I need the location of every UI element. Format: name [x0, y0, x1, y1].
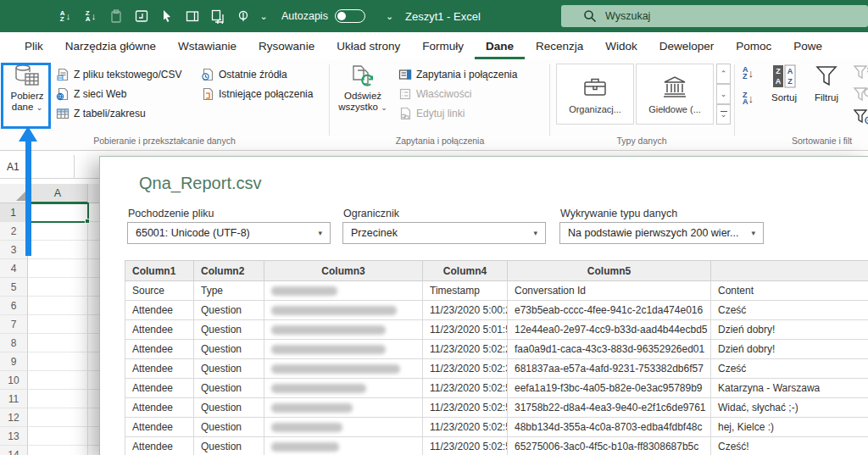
preview-cell: Katarzyna - Warszawa [711, 379, 868, 398]
cell-a10[interactable] [28, 371, 88, 390]
cell-a4[interactable] [28, 259, 88, 278]
preview-cell: hej, Kielce :) [711, 418, 868, 437]
fill-handle[interactable] [85, 219, 90, 224]
file-origin-dropdown[interactable]: 65001: Unicode (UTF-8) ▾ [127, 222, 331, 244]
cell-a3[interactable] [28, 241, 88, 259]
tab-rysowanie[interactable]: Rysowanie [248, 35, 326, 59]
preview-table-row: SourceTypeTimestampConversation IdConten… [125, 281, 868, 301]
recent-sources-button[interactable]: Ostatnie źródła [201, 66, 287, 83]
data-type-organization-tile[interactable]: Organizacj... [556, 64, 634, 125]
gallery-more-button[interactable]: ⌄ [716, 104, 731, 125]
tab-układ-strony[interactable]: Układ strony [326, 35, 411, 59]
cell-a5[interactable] [28, 278, 88, 297]
row-header-7[interactable]: 7 [0, 315, 28, 334]
tab-narzędzia-główne[interactable]: Narzędzia główne [54, 35, 167, 59]
sort-az-button[interactable]: AZ↓ [743, 66, 754, 80]
column-header-a[interactable]: A [28, 184, 88, 203]
preview-cell: 11/23/2020 5:02:34 PM [423, 359, 508, 379]
data-type-stocks-tile[interactable]: Giełdowe (... [636, 64, 714, 125]
cell-a6[interactable] [28, 297, 88, 315]
copy-pages-icon[interactable] [207, 5, 229, 27]
cell-a9[interactable] [28, 352, 88, 371]
gallery-up-button[interactable]: ⌃ [716, 64, 731, 84]
row-header-10[interactable]: 10 [0, 371, 28, 390]
from-web-button[interactable]: Z sieci Web [56, 86, 126, 103]
row-header-5[interactable]: 5 [0, 278, 28, 297]
tab-plik[interactable]: Plik [14, 35, 54, 59]
tab-formuły[interactable]: Formuły [411, 35, 475, 59]
grid-row: 10 [0, 371, 99, 390]
preview-cell: Dzień dobry! [711, 320, 868, 340]
search-box[interactable]: Wyszukaj [561, 5, 868, 27]
tab-recenzja[interactable]: Recenzja [525, 35, 594, 59]
preview-cell: Cześć! [711, 437, 868, 455]
row-header-4[interactable]: 4 [0, 259, 28, 278]
from-text-csv-button[interactable]: Z pliku tekstowego/CSV [56, 66, 181, 83]
sort-za-button[interactable]: ZA↓ [743, 92, 754, 105]
sort-descending-icon[interactable]: ZA↓ [80, 5, 102, 27]
preview-cell: Attendee [125, 301, 194, 320]
cell-a2[interactable] [28, 222, 88, 241]
redacted-cell [264, 340, 423, 359]
select-cursor-icon[interactable] [156, 5, 178, 27]
cell-a12[interactable] [28, 408, 88, 427]
row-header-12[interactable]: 12 [0, 408, 28, 427]
name-box[interactable]: A1 [0, 155, 75, 179]
titlebar-chevron-icon[interactable]: ⌄ [386, 11, 393, 22]
cell-a11[interactable] [28, 390, 88, 408]
row-header-11[interactable]: 11 [0, 390, 28, 408]
queries-connections-button[interactable]: Zapytania i połączenia [398, 66, 517, 83]
cell-a8[interactable] [28, 334, 88, 352]
cell-partial [88, 427, 99, 446]
tab-widok[interactable]: Widok [594, 35, 648, 59]
tab-deweloper[interactable]: Deweloper [648, 35, 726, 59]
gallery-down-button[interactable]: ⌄ [716, 84, 731, 104]
redacted-blur-bar [271, 403, 353, 413]
cell-a7[interactable] [28, 315, 88, 334]
row-header-3[interactable]: 3 [0, 241, 28, 259]
excel-window: AZ↓ ZA↓ ⌄ A [0, 0, 868, 455]
advanced-filter-button[interactable] [853, 108, 868, 130]
existing-connections-button[interactable]: Istniejące połączenia [201, 86, 313, 103]
tab-pomoc[interactable]: Pomoc [725, 35, 782, 59]
row-header-8[interactable]: 8 [0, 334, 28, 352]
refresh-all-button[interactable]: Odświeżwszystko ⌄ [336, 64, 390, 114]
autosave-toggle[interactable] [335, 9, 365, 23]
get-data-button[interactable]: Pobierzdane ⌄ [3, 64, 51, 114]
touch-mode-icon[interactable] [232, 5, 254, 27]
clear-filter-button [853, 64, 868, 85]
from-table-range-button[interactable]: Z tabeli/zakresu [56, 105, 146, 122]
sort-button[interactable]: Z A A Z Sortuj [765, 64, 804, 103]
row-header-1[interactable]: 1 [0, 203, 28, 222]
row-header-2[interactable]: 2 [0, 222, 28, 241]
preview-cell: Attendee [125, 437, 194, 455]
redacted-cell [264, 398, 423, 418]
grid-row: 12 [0, 408, 99, 427]
cell-partial [88, 334, 99, 352]
row-header-6[interactable]: 6 [0, 297, 28, 315]
filter-button[interactable]: Filtruj [807, 64, 846, 103]
tab-powe[interactable]: Powe [782, 35, 833, 59]
row-header-9[interactable]: 9 [0, 352, 28, 371]
cell-a13[interactable] [28, 427, 88, 446]
select-all-button[interactable] [0, 184, 28, 203]
row-header-14[interactable]: 14 [0, 446, 28, 455]
delimiter-dropdown[interactable]: Przecinek ▾ [342, 222, 546, 244]
row-header-13[interactable]: 13 [0, 427, 28, 446]
preview-cell: 11/23/2020 5:00:29 PM [423, 301, 508, 320]
open-recent-icon[interactable] [131, 5, 153, 27]
redacted-cell [264, 301, 423, 320]
type-detection-dropdown[interactable]: Na podstawie pierwszych 200 wier... ▾ [559, 222, 764, 244]
cell-partial [88, 408, 99, 427]
grid-row: 6 [0, 297, 99, 315]
window-panel-icon[interactable] [181, 5, 203, 27]
sort-ascending-icon[interactable]: AZ↓ [54, 5, 76, 27]
preview-cell: Question [194, 320, 264, 340]
group-label-data-types: Typy danych [551, 136, 732, 146]
tab-dane[interactable]: Dane [475, 35, 525, 59]
qat-customize-chevron-icon[interactable]: ⌄ [258, 11, 270, 22]
tab-wstawianie[interactable]: Wstawianie [167, 35, 248, 59]
cell-a14[interactable] [28, 446, 88, 455]
preview-cell: 11/23/2020 5:02:56 PM [423, 379, 508, 398]
reapply-filter-button [853, 86, 868, 107]
